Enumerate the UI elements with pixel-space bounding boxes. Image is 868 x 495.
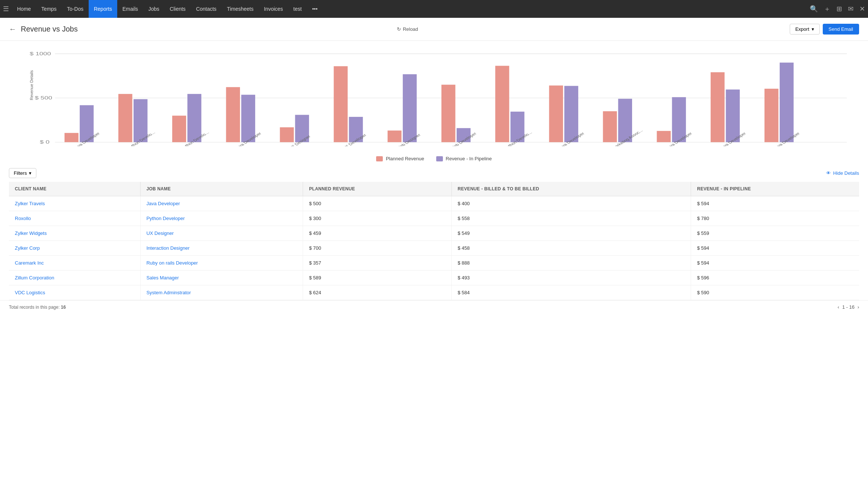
cell-revenue-billed: $ 584 xyxy=(451,285,691,300)
nav-invoices[interactable]: Invoices xyxy=(259,0,288,18)
col-planned-revenue: PLANNED REVENUE xyxy=(303,182,452,196)
cell-planned-revenue: $ 357 xyxy=(303,256,452,271)
chart-container: Revenue Details $ 1000 $ 500 $ 0 Java De… xyxy=(0,41,868,150)
cell-client-name[interactable]: Zylker Corp xyxy=(9,241,140,256)
nav-emails[interactable]: Emails xyxy=(117,0,143,18)
col-job-name: JOB NAME xyxy=(140,182,303,196)
search-icon[interactable]: 🔍 xyxy=(810,5,818,13)
page-header: ← Revenue vs Jobs ↻ Reload Export ▾ Send… xyxy=(0,18,868,41)
nav-timesheets[interactable]: Timesheets xyxy=(222,0,259,18)
close-icon[interactable]: ✕ xyxy=(859,5,865,13)
nav-clients[interactable]: Clients xyxy=(165,0,191,18)
legend-color-pipeline xyxy=(436,156,443,161)
total-records: Total records in this page: 16 xyxy=(9,305,66,310)
cell-planned-revenue: $ 700 xyxy=(303,241,452,256)
table-footer: Total records in this page: 16 ‹ 1 - 16 … xyxy=(0,300,868,314)
table-row: Caremark Inc Ruby on rails Developer $ 3… xyxy=(9,256,859,271)
filters-label: Filters xyxy=(14,170,27,176)
svg-rect-15 xyxy=(226,87,240,142)
svg-text:$ 500: $ 500 xyxy=(35,96,52,101)
svg-rect-42 xyxy=(711,72,725,142)
page-range: 1 - 16 xyxy=(842,304,854,310)
cell-revenue-pipeline: $ 780 xyxy=(691,211,859,226)
cell-revenue-pipeline: $ 594 xyxy=(691,256,859,271)
table-row: Zylker Corp Interaction Designer $ 700 $… xyxy=(9,241,859,256)
cell-revenue-pipeline: $ 594 xyxy=(691,196,859,211)
cell-client-name[interactable]: VDC Logistics xyxy=(9,285,140,300)
cell-revenue-pipeline: $ 559 xyxy=(691,226,859,241)
cell-job-name[interactable]: Sales Manager xyxy=(140,271,303,285)
cell-revenue-billed: $ 400 xyxy=(451,196,691,211)
nav-home[interactable]: Home xyxy=(12,0,36,18)
cell-job-name[interactable]: Ruby on rails Developer xyxy=(140,256,303,271)
legend-planned-revenue: Planned Revenue xyxy=(376,156,424,161)
legend-label-pipeline: Revenue - In Pipeline xyxy=(446,156,492,161)
table-row: Zylker Widgets UX Designer $ 459 $ 549 $… xyxy=(9,226,859,241)
filters-row: Filters ▾ 👁 Hide Details xyxy=(0,164,868,182)
nav-todos[interactable]: To-Dos xyxy=(62,0,89,18)
svg-rect-33 xyxy=(549,85,563,142)
legend-label-planned: Planned Revenue xyxy=(386,156,424,161)
cell-job-name[interactable]: System Adminstrator xyxy=(140,285,303,300)
svg-rect-45 xyxy=(765,89,779,142)
cell-job-name[interactable]: Interaction Designer xyxy=(140,241,303,256)
cell-revenue-pipeline: $ 590 xyxy=(691,285,859,300)
cell-planned-revenue: $ 624 xyxy=(303,285,452,300)
cell-revenue-billed: $ 549 xyxy=(451,226,691,241)
cell-planned-revenue: $ 589 xyxy=(303,271,452,285)
export-button[interactable]: Export ▾ xyxy=(790,24,820,35)
cell-revenue-billed: $ 493 xyxy=(451,271,691,285)
cell-revenue-pipeline: $ 596 xyxy=(691,271,859,285)
eye-icon: 👁 xyxy=(826,170,831,176)
cell-client-name[interactable]: Zillum Corporation xyxy=(9,271,140,285)
page-title: Revenue vs Jobs xyxy=(21,25,392,33)
send-email-button[interactable]: Send Email xyxy=(823,24,859,35)
cell-client-name[interactable]: Zylker Travels xyxy=(9,196,140,211)
chevron-down-icon: ▾ xyxy=(812,26,814,32)
mail-icon[interactable]: ✉ xyxy=(848,5,854,13)
filters-button[interactable]: Filters ▾ xyxy=(9,168,36,178)
cell-revenue-billed: $ 558 xyxy=(451,211,691,226)
cell-client-name[interactable]: Roxollo xyxy=(9,211,140,226)
nav-temps[interactable]: Temps xyxy=(36,0,62,18)
hide-details-button[interactable]: 👁 Hide Details xyxy=(826,170,859,176)
chart-legend: Planned Revenue Revenue - In Pipeline xyxy=(0,156,868,161)
cell-job-name[interactable]: Java Developer xyxy=(140,196,303,211)
table-row: Zillum Corporation Sales Manager $ 589 $… xyxy=(9,271,859,285)
grid-icon[interactable]: ⊞ xyxy=(836,5,842,13)
svg-rect-25 xyxy=(403,74,417,142)
cell-client-name[interactable]: Caremark Inc xyxy=(9,256,140,271)
prev-page-button[interactable]: ‹ xyxy=(838,304,839,310)
svg-rect-6 xyxy=(65,133,79,142)
legend-color-planned xyxy=(376,156,383,161)
svg-rect-21 xyxy=(334,66,348,142)
data-table-wrapper: CLIENT NAME JOB NAME PLANNED REVENUE REV… xyxy=(0,182,868,300)
cell-planned-revenue: $ 500 xyxy=(303,196,452,211)
cell-job-name[interactable]: Python Developer xyxy=(140,211,303,226)
add-icon[interactable]: ＋ xyxy=(824,4,831,13)
back-button[interactable]: ← xyxy=(9,25,16,33)
next-page-button[interactable]: › xyxy=(858,304,859,310)
pagination: ‹ 1 - 16 › xyxy=(838,304,859,310)
reload-button[interactable]: ↻ Reload xyxy=(397,26,418,32)
table-row: Zylker Travels Java Developer $ 500 $ 40… xyxy=(9,196,859,211)
reload-icon: ↻ xyxy=(397,26,401,32)
total-label: Total records in this page: xyxy=(9,305,60,310)
y-axis-label: Revenue Details xyxy=(29,70,34,100)
chart-svg: $ 1000 $ 500 $ 0 Java Developer Python D… xyxy=(30,50,853,146)
cell-client-name[interactable]: Zylker Widgets xyxy=(9,226,140,241)
nav-jobs[interactable]: Jobs xyxy=(143,0,165,18)
nav-contacts[interactable]: Contacts xyxy=(191,0,221,18)
nav-test[interactable]: test xyxy=(288,0,307,18)
cell-planned-revenue: $ 300 xyxy=(303,211,452,226)
table-row: Roxollo Python Developer $ 300 $ 558 $ 7… xyxy=(9,211,859,226)
nav-reports[interactable]: Reports xyxy=(89,0,117,18)
menu-icon[interactable]: ☰ xyxy=(3,5,9,13)
cell-revenue-billed: $ 458 xyxy=(451,241,691,256)
cell-job-name[interactable]: UX Designer xyxy=(140,226,303,241)
nav-more[interactable]: ••• xyxy=(307,0,323,18)
svg-rect-9 xyxy=(118,94,132,142)
svg-rect-30 xyxy=(495,66,509,142)
reload-label: Reload xyxy=(403,26,418,32)
svg-text:$ 0: $ 0 xyxy=(40,140,49,145)
